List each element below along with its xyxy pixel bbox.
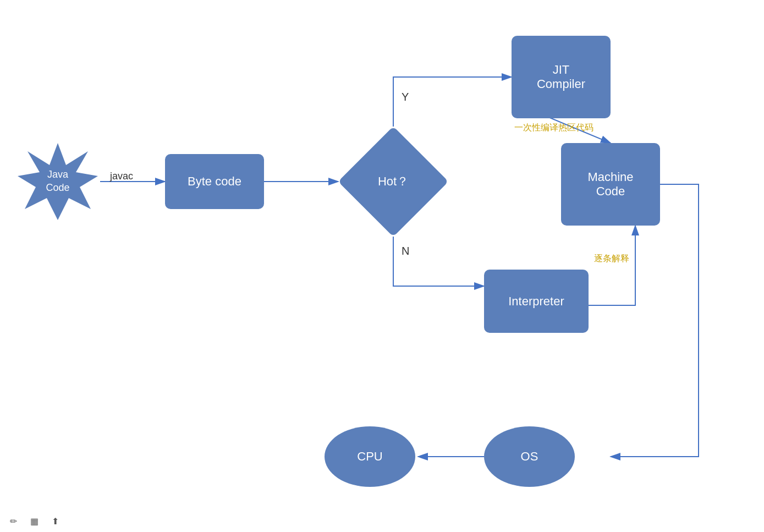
svg-text:Java: Java bbox=[47, 169, 69, 180]
cpu-node: CPU bbox=[325, 426, 415, 487]
byte-code-node: Byte code bbox=[165, 154, 264, 209]
hot-decision-node: Hot？ bbox=[338, 127, 448, 237]
jit-compiler-node: JIT Compiler bbox=[512, 36, 611, 118]
hot-compile-label: 一次性编译热区代码 bbox=[514, 122, 593, 134]
machine-code-node: Machine Code bbox=[561, 143, 660, 226]
no-label: N bbox=[402, 245, 409, 257]
toolbar: ✏ ▦ ⬆ bbox=[6, 514, 63, 528]
svg-marker-6 bbox=[18, 143, 98, 220]
table-button[interactable]: ▦ bbox=[26, 514, 42, 528]
yes-label: Y bbox=[402, 91, 409, 103]
svg-text:Code: Code bbox=[46, 182, 69, 193]
interpreter-node: Interpreter bbox=[484, 270, 589, 333]
java-code-node: Java Code bbox=[17, 140, 99, 223]
javac-label: javac bbox=[110, 171, 133, 182]
edit-button[interactable]: ✏ bbox=[6, 514, 21, 528]
export-button[interactable]: ⬆ bbox=[47, 514, 63, 528]
diagram: Java Code javac Byte code Hot？ Y N JIT C… bbox=[0, 0, 764, 532]
os-node: OS bbox=[484, 426, 575, 487]
interpret-label: 逐条解释 bbox=[594, 253, 629, 265]
